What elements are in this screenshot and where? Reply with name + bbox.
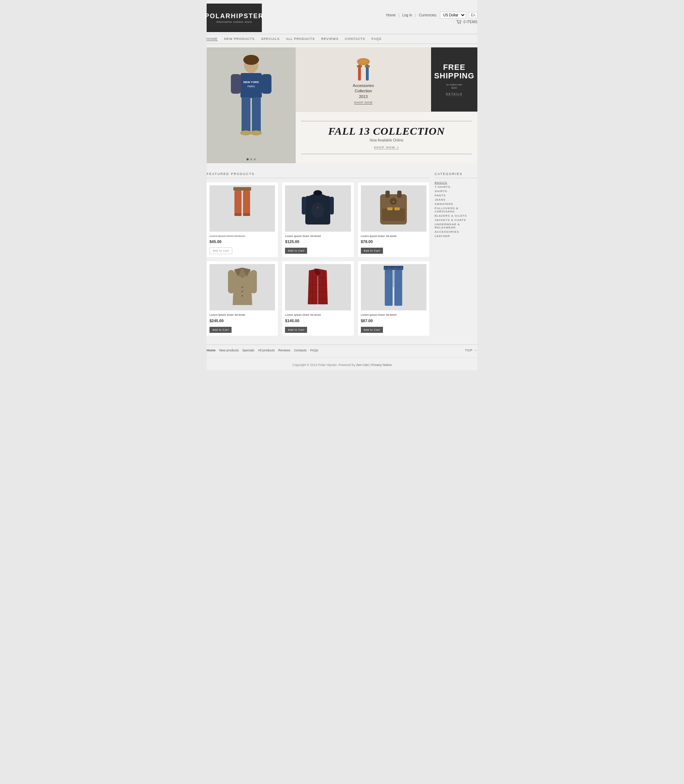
list-item: UNDERWEAR & RELAXWEAR — [435, 223, 478, 229]
panel-divider-2 — [301, 154, 472, 154]
navigation: HOME NEW PRODUCTS SPECIALS ALL PRODUCTS … — [206, 34, 478, 44]
product-price-3: $78.00 — [361, 239, 426, 244]
add-to-cart-button-3[interactable]: Add to Cart — [361, 248, 383, 254]
footer-faqs[interactable]: FAQs — [310, 349, 318, 352]
products-area: FEATURED PRODUCTS Lorem Ipsum Dolor Sit — [206, 172, 429, 336]
product-name-6: Lorem Ipsum Dolor Sit Amet — [361, 313, 426, 317]
footer-specials[interactable]: Specials — [242, 349, 254, 352]
svg-point-27 — [313, 190, 322, 196]
footer-contacts[interactable]: Contacts — [294, 349, 307, 352]
category-leather[interactable]: LEATHER — [435, 234, 478, 238]
list-item: SHIRTS — [435, 189, 478, 193]
currency-select[interactable]: US Dollar Euro — [440, 12, 466, 19]
carousel-dot-2[interactable] — [250, 158, 252, 160]
add-to-cart-button-1[interactable]: Add to Cart — [210, 247, 232, 254]
list-item: JEANS — [435, 198, 478, 201]
add-to-cart-button-5[interactable]: Add to Cart — [285, 327, 307, 333]
svg-text:✦: ✦ — [392, 200, 395, 204]
category-jackets[interactable]: JACKETS & COATS — [435, 218, 478, 221]
login-link[interactable]: Log In — [402, 13, 412, 17]
category-pants[interactable]: PANTS — [435, 194, 478, 197]
featured-section: FEATURED PRODUCTS Lorem Ipsum Dolor Sit — [206, 172, 478, 336]
free-shipping-title: FREESHIPPING — [434, 63, 474, 80]
nav-home[interactable]: HOME — [206, 37, 218, 40]
svg-rect-9 — [261, 74, 271, 94]
svg-rect-33 — [386, 191, 390, 198]
product-name-2: Lorem Ipsum Dolor Sit Amet — [285, 234, 350, 238]
top-link[interactable]: TOP → — [465, 349, 478, 352]
hero-section: NEW YORK PARIS — [206, 47, 478, 163]
currencies-label: Currencies: — [419, 13, 437, 17]
product-name-5: Lorem Ipsum Dolor Sit Amet — [285, 313, 350, 317]
category-sweaters[interactable]: SWEATERS — [435, 202, 478, 205]
sidebar: CATEGORIES BASICS T-SHIRTS SHIRTS PANTS … — [435, 172, 478, 336]
nav-faqs[interactable]: FAQS — [371, 37, 382, 40]
carousel-dot-3[interactable] — [254, 158, 256, 160]
accessories-shop-now[interactable]: SHOP NOW — [354, 101, 373, 104]
logo[interactable]: POLARHIPSTER Alternative clothes store — [206, 3, 262, 32]
privacy-link[interactable]: Privacy Notice — [371, 363, 392, 367]
svg-point-4 — [243, 55, 259, 65]
footer-new-products[interactable]: New products — [219, 349, 239, 352]
category-accessories[interactable]: ACCESSORIES — [435, 230, 478, 233]
svg-rect-36 — [387, 207, 393, 210]
product-image-3: ✦ — [361, 185, 426, 232]
fall-shop-now-link[interactable]: SHOP NOW » — [374, 146, 399, 149]
list-item: BASICS — [435, 181, 478, 184]
nav-new-products[interactable]: NEW PRODUCTS — [224, 37, 255, 40]
footer-nav: Home New products Specials All products … — [206, 344, 478, 356]
header-top-links: Home | Log In | Currencies: US Dollar Eu… — [386, 12, 478, 19]
dark-sweater-image: ★ — [302, 189, 334, 228]
header-right: Home | Log In | Currencies: US Dollar Eu… — [386, 12, 478, 24]
nav-reviews[interactable]: REVIEWS — [321, 37, 339, 40]
language-button[interactable]: En — [469, 12, 478, 18]
hero-right-panel: AccessoriesCollection2013 SHOP NOW FREES… — [296, 47, 478, 163]
product-price-4: $245.00 — [210, 318, 275, 323]
svg-rect-37 — [394, 207, 400, 210]
svg-rect-23 — [234, 213, 242, 216]
zen-cart-link[interactable]: Zen Cart — [356, 363, 369, 367]
svg-rect-11 — [252, 97, 261, 133]
category-pullovers[interactable]: PULLOVERS & CARDIGANS — [435, 207, 478, 213]
logo-subtitle: Alternative clothes store — [216, 21, 252, 23]
footer-reviews[interactable]: Reviews — [278, 349, 290, 352]
details-link[interactable]: DETAILS — [446, 92, 463, 96]
svg-point-30 — [311, 202, 324, 218]
blazer-image — [227, 266, 258, 309]
product-image-2: ★ — [285, 185, 350, 232]
add-to-cart-button-4[interactable]: Add to Cart — [210, 327, 232, 333]
product-card-1: Lorem Ipsum Dolor Sit Amet $45.00 Add to… — [206, 183, 278, 257]
add-to-cart-button-6[interactable]: Add to Cart — [361, 327, 383, 333]
svg-rect-63 — [385, 270, 393, 306]
nav-all-products[interactable]: ALL PRODUCTS — [286, 37, 315, 40]
category-underwear[interactable]: UNDERWEAR & RELAXWEAR — [435, 223, 478, 229]
carousel-dot-1[interactable] — [247, 158, 248, 160]
product-price-5: $145.00 — [285, 318, 350, 323]
add-to-cart-button-2[interactable]: Add to Cart — [285, 248, 307, 254]
cart-row[interactable]: 0 ITEMS — [456, 20, 478, 24]
category-tshirts[interactable]: T-SHIRTS — [435, 185, 478, 189]
home-link[interactable]: Home — [386, 13, 396, 17]
nav-contacts[interactable]: CONTACTS — [345, 37, 365, 40]
nav-specials[interactable]: SPECIALS — [261, 37, 280, 40]
category-jeans[interactable]: JEANS — [435, 198, 478, 201]
svg-text:★: ★ — [317, 206, 319, 209]
logo-title: POLARHIPSTER — [205, 13, 264, 20]
hero-banner-image: NEW YORK PARIS — [206, 47, 296, 163]
list-item: SWEATERS — [435, 202, 478, 205]
footer-home[interactable]: Home — [206, 349, 216, 352]
svg-point-1 — [460, 23, 461, 24]
category-shirts[interactable]: SHIRTS — [435, 189, 478, 193]
backpack-image: ✦ — [377, 189, 410, 228]
category-basics[interactable]: BASICS — [435, 181, 478, 184]
category-list: BASICS T-SHIRTS SHIRTS PANTS JEANS SWEAT… — [435, 181, 478, 238]
list-item: LEATHER — [435, 234, 478, 238]
svg-rect-10 — [242, 97, 250, 133]
accessories-panel: AccessoriesCollection2013 SHOP NOW — [296, 47, 431, 112]
svg-rect-35 — [382, 209, 405, 221]
svg-rect-29 — [329, 197, 334, 215]
cart-icon — [456, 20, 462, 24]
footer-all-products[interactable]: All products — [258, 349, 275, 352]
category-blazers[interactable]: BLAZERS & GILETS — [435, 214, 478, 217]
fall-collection-title: Fall 13 Collection — [328, 126, 445, 136]
